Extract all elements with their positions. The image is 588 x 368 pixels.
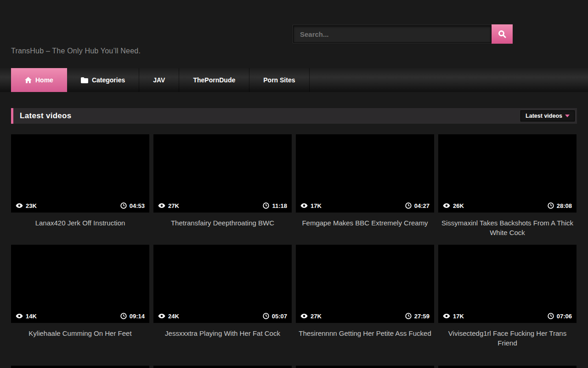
- video-card[interactable]: 17K 04:27 Femgape Makes BBC Extremely Cr…: [296, 134, 434, 245]
- nav-tab-porn-sites[interactable]: Porn Sites: [249, 68, 309, 92]
- video-card[interactable]: 17K 07:06 Vivisectedg1rl Face Fucking He…: [438, 245, 577, 355]
- video-thumbnail[interactable]: [296, 366, 434, 368]
- eye-icon: [300, 203, 308, 208]
- clock-icon: [548, 313, 554, 319]
- video-card[interactable]: 27K 27:59 Thesirennnn Getting Her Petite…: [296, 245, 434, 355]
- video-title[interactable]: Lanax420 Jerk Off Instruction: [11, 213, 149, 228]
- video-stats: 17K 04:27: [296, 199, 434, 213]
- video-card[interactable]: 23K 04:53 Lanax420 Jerk Off Instruction: [11, 134, 149, 245]
- video-title[interactable]: Thetransfairy Deepthroating BWC: [153, 213, 292, 228]
- video-duration: 27:59: [405, 313, 430, 320]
- nav-tab-label: Porn Sites: [263, 76, 295, 84]
- clock-icon: [263, 313, 269, 319]
- view-count: 27K: [300, 313, 322, 320]
- clock-icon: [548, 202, 554, 209]
- video-title[interactable]: Thesirennnn Getting Her Petite Ass Fucke…: [296, 323, 434, 338]
- video-thumbnail[interactable]: 27K 11:18: [153, 134, 292, 213]
- nav-tab-jav[interactable]: JAV: [139, 68, 179, 92]
- video-card[interactable]: 24K 05:07 Jessxxxtra Playing With Her Fa…: [153, 245, 292, 355]
- view-count: 26K: [443, 202, 464, 209]
- video-thumbnail[interactable]: 23K 04:53: [11, 134, 149, 213]
- sort-dropdown[interactable]: Latest videos: [520, 110, 575, 121]
- section-accent-bar: [11, 108, 13, 124]
- nav-tab-label: Home: [35, 76, 53, 84]
- view-count: 17K: [300, 202, 322, 209]
- video-card-partial[interactable]: [11, 366, 149, 368]
- video-duration: 11:18: [263, 202, 287, 209]
- home-icon: [25, 77, 32, 83]
- folder-icon: [81, 77, 88, 83]
- video-card[interactable]: 14K 09:14 Kyliehaale Cumming On Her Feet: [11, 245, 149, 355]
- site-header: TransHub – The Only Hub You’ll Need.: [0, 0, 588, 68]
- video-thumbnail[interactable]: 14K 09:14: [11, 245, 149, 323]
- video-card-partial[interactable]: [296, 366, 434, 368]
- eye-icon: [158, 203, 165, 208]
- video-title[interactable]: Kyliehaale Cumming On Her Feet: [11, 323, 149, 338]
- clock-icon: [405, 313, 412, 319]
- eye-icon: [16, 203, 23, 208]
- video-stats: 24K 05:07: [153, 309, 292, 323]
- clock-icon: [120, 313, 127, 319]
- clock-icon: [120, 202, 127, 209]
- nav-tab-theporndude[interactable]: ThePornDude: [179, 68, 249, 92]
- video-duration: 07:06: [548, 313, 572, 320]
- video-duration: 04:53: [120, 202, 145, 209]
- eye-icon: [158, 313, 165, 319]
- search-input[interactable]: [293, 25, 492, 43]
- video-thumbnail[interactable]: 17K 07:06: [438, 245, 577, 323]
- video-thumbnail[interactable]: 27K 27:59: [296, 245, 434, 323]
- video-stats: 17K 07:06: [438, 309, 577, 323]
- view-count: 27K: [158, 202, 179, 209]
- video-thumbnail[interactable]: 17K 04:27: [296, 134, 434, 213]
- video-thumbnail[interactable]: [153, 366, 292, 368]
- video-duration: 09:14: [120, 313, 145, 320]
- nav-tab-home[interactable]: Home: [11, 68, 67, 92]
- section-title: Latest videos: [20, 111, 72, 121]
- video-card[interactable]: 27K 11:18 Thetransfairy Deepthroating BW…: [153, 134, 292, 245]
- eye-icon: [300, 313, 308, 319]
- eye-icon: [443, 313, 450, 319]
- video-thumbnail[interactable]: 24K 05:07: [153, 245, 292, 323]
- chevron-down-icon: [565, 115, 570, 117]
- video-grid: 23K 04:53 Lanax420 Jerk Off Instruction: [11, 134, 577, 355]
- video-title[interactable]: Vivisectedg1rl Face Fucking Her Trans Fr…: [438, 323, 577, 348]
- video-stats: 27K 27:59: [296, 309, 434, 323]
- eye-icon: [443, 203, 450, 208]
- video-title[interactable]: Jessxxxtra Playing With Her Fat Cock: [153, 323, 292, 338]
- video-card-partial[interactable]: [153, 366, 292, 368]
- video-thumbnail[interactable]: 26K 28:08: [438, 134, 577, 213]
- latest-videos-header: Latest videos Latest videos: [11, 108, 577, 124]
- video-duration: 04:27: [405, 202, 430, 209]
- video-title[interactable]: Femgape Makes BBC Extremely Creamy: [296, 213, 434, 228]
- clock-icon: [405, 202, 412, 209]
- video-thumbnail[interactable]: [438, 366, 577, 368]
- view-count: 17K: [443, 313, 464, 320]
- search-button[interactable]: [492, 24, 513, 44]
- view-count: 24K: [158, 313, 179, 320]
- video-grid-next-row: [11, 366, 577, 368]
- sort-dropdown-label: Latest videos: [526, 113, 562, 119]
- video-stats: 14K 09:14: [11, 309, 149, 323]
- video-duration: 05:07: [263, 313, 287, 320]
- video-stats: 26K 28:08: [438, 199, 577, 213]
- video-stats: 27K 11:18: [153, 199, 292, 213]
- video-thumbnail[interactable]: [11, 366, 149, 368]
- video-duration: 28:08: [548, 202, 572, 209]
- nav-tab-label: ThePornDude: [193, 76, 235, 84]
- eye-icon: [16, 313, 23, 319]
- video-title[interactable]: Sissymaxinl Takes Backshots From A Thick…: [438, 213, 577, 237]
- search-bar: [293, 24, 513, 44]
- clock-icon: [263, 202, 269, 209]
- search-icon: [498, 30, 506, 38]
- nav-tab-categories[interactable]: Categories: [67, 68, 139, 92]
- video-stats: 23K 04:53: [11, 199, 149, 213]
- site-tagline: TransHub – The Only Hub You’ll Need.: [11, 47, 141, 55]
- nav-tab-label: Categories: [92, 76, 125, 84]
- video-card-partial[interactable]: [438, 366, 577, 368]
- view-count: 23K: [16, 202, 37, 209]
- nav-tab-label: JAV: [153, 76, 165, 84]
- view-count: 14K: [16, 313, 37, 320]
- main-nav: Home Categories JAV ThePornDude Porn Sit…: [0, 68, 588, 92]
- video-card[interactable]: 26K 28:08 Sissymaxinl Takes Backshots Fr…: [438, 134, 577, 245]
